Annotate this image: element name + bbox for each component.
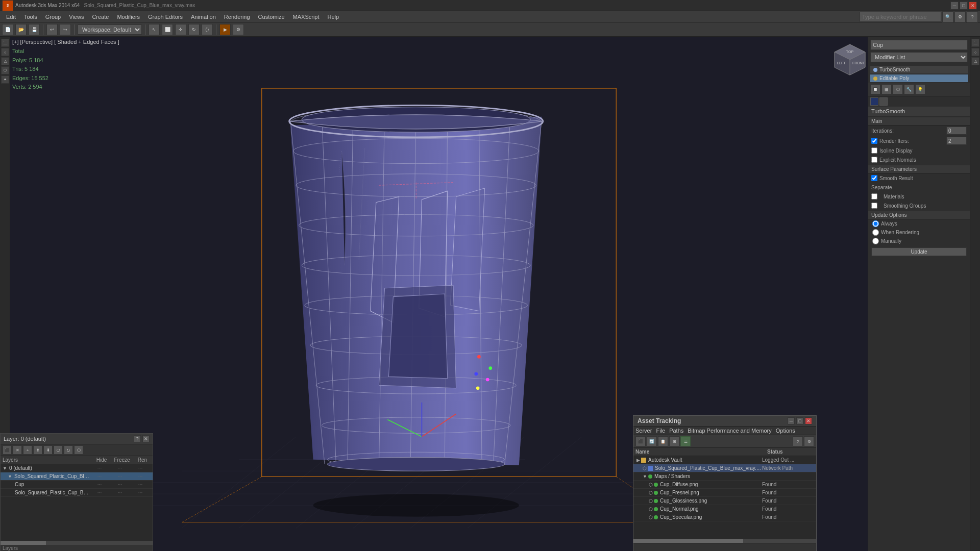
scale-btn[interactable]: ⟨⟩ <box>202 24 213 35</box>
layers-tb-4[interactable]: ⬆ <box>33 445 42 455</box>
materials-checkbox[interactable] <box>871 193 877 199</box>
close-button[interactable]: ✕ <box>969 2 977 10</box>
undo-btn[interactable]: ↩ <box>46 24 58 35</box>
asset-item-glossiness[interactable]: ⬡ Cup_Glossiness.png Found <box>633 497 816 505</box>
menu-help[interactable]: Help <box>324 13 344 21</box>
prop-icon-4[interactable]: 🔧 <box>904 84 914 94</box>
smooth-result-checkbox[interactable] <box>871 175 877 181</box>
asset-menu-file[interactable]: File <box>656 428 665 434</box>
left-btn-3[interactable]: △ <box>1 57 9 65</box>
rotate-btn[interactable]: ↻ <box>188 24 200 35</box>
asset-tb-3[interactable]: 📋 <box>658 436 668 446</box>
search-settings[interactable]: ⚙ <box>954 11 966 22</box>
layers-tb-7[interactable]: ⭮ <box>64 445 73 455</box>
asset-item-specular[interactable]: ⬡ Cup_Specular.png Found <box>633 513 816 521</box>
layer-item-1[interactable]: ▼ Solo_Squared_Plastic_Cup_Blue ··· ··· … <box>1 472 153 481</box>
asset-tb-4[interactable]: ⊞ <box>669 436 679 446</box>
layer-item-0[interactable]: ▼ 0 (default) ··· ··· ··· <box>1 464 153 472</box>
menu-group[interactable]: Group <box>41 13 65 21</box>
menu-maxscript[interactable]: MAXScript <box>289 13 324 21</box>
smoothing-groups-checkbox[interactable] <box>871 203 877 209</box>
menu-edit[interactable]: Edit <box>2 13 20 21</box>
menu-modifiers[interactable]: Modifiers <box>113 13 144 21</box>
render-settings-btn[interactable]: ⚙ <box>233 24 244 35</box>
manually-radio[interactable] <box>872 238 879 244</box>
prop-icon-3[interactable]: ⬡ <box>893 84 903 94</box>
layers-help-btn[interactable]: ? <box>134 435 141 442</box>
save-file-btn[interactable]: 💾 <box>29 24 40 35</box>
menu-customize[interactable]: Customize <box>254 13 289 21</box>
menu-rendering[interactable]: Rendering <box>220 13 254 21</box>
menu-graph-editors[interactable]: Graph Editors <box>144 13 187 21</box>
prop-icon-2[interactable]: ▦ <box>881 84 892 94</box>
menu-animation[interactable]: Animation <box>187 13 220 21</box>
asset-item-maps[interactable]: ▼ Maps / Shaders <box>633 472 816 481</box>
asset-max-btn[interactable]: □ <box>796 417 803 424</box>
select-btn[interactable]: ↖ <box>149 24 160 35</box>
asset-settings-btn[interactable]: ⚙ <box>804 436 814 446</box>
left-btn-1[interactable]: ⬛ <box>1 39 9 47</box>
asset-item-fresnel[interactable]: ⬡ Cup_Fresnel.png Found <box>633 489 816 497</box>
asset-help-btn[interactable]: ? <box>793 436 803 446</box>
object-name-input[interactable] <box>870 40 968 50</box>
layers-scroll[interactable]: ▼ 0 (default) ··· ··· ··· ▼ Solo_Squared… <box>1 464 153 541</box>
prop-icon-1[interactable]: 🔲 <box>870 84 880 94</box>
menu-create[interactable]: Create <box>88 13 113 21</box>
layer-item-3[interactable]: Solo_Squared_Plastic_Cup_Blue ··· ··· ··… <box>1 489 153 497</box>
asset-tb-1[interactable]: ⬛ <box>635 436 646 446</box>
isoline-checkbox[interactable] <box>871 147 877 154</box>
layers-close-btn[interactable]: ✕ <box>142 435 150 442</box>
color-swatch-1[interactable] <box>870 97 878 106</box>
minimize-button[interactable]: ─ <box>950 2 959 10</box>
layers-tb-6[interactable]: ⭯ <box>54 445 63 455</box>
asset-menu-paths[interactable]: Paths <box>669 428 683 434</box>
always-radio[interactable] <box>872 220 879 227</box>
select-region-btn[interactable]: ⬜ <box>162 24 173 35</box>
asset-min-btn[interactable]: ─ <box>788 417 795 424</box>
render-iters-input[interactable] <box>946 137 967 145</box>
workspace-dropdown[interactable]: Workspace: Default <box>78 24 142 35</box>
asset-tb-5[interactable]: ☰ <box>680 436 691 446</box>
layers-tb-8[interactable]: ⬡ <box>74 445 83 455</box>
modifier-turbosmooth[interactable]: TurboSmooth <box>870 66 968 73</box>
rs-btn-2[interactable]: ○ <box>971 48 979 56</box>
prop-icon-5[interactable]: 💡 <box>915 84 925 94</box>
asset-item-max-file[interactable]: ⬡ Solo_Squared_Plastic_Cup_Blue_max_vray… <box>633 464 816 472</box>
left-btn-2[interactable]: ○ <box>1 48 9 56</box>
asset-scrollbar[interactable] <box>633 539 816 543</box>
rs-btn-3[interactable]: △ <box>971 57 979 65</box>
explicit-normals-checkbox[interactable] <box>871 157 877 163</box>
search-input[interactable] <box>860 12 941 22</box>
modifier-editpoly[interactable]: Editable Poly <box>870 74 968 82</box>
render-iters-checkbox[interactable] <box>871 138 877 144</box>
rs-btn-1[interactable]: ⬛ <box>971 39 979 47</box>
iterations-input[interactable] <box>946 127 967 135</box>
asset-menu-server[interactable]: Server <box>635 428 652 434</box>
render-btn[interactable]: ▶ <box>219 24 231 35</box>
move-btn[interactable]: ✛ <box>175 24 186 35</box>
layer-item-2[interactable]: Cup ··· ··· ··· <box>1 481 153 489</box>
layers-tb-5[interactable]: ⬇ <box>43 445 53 455</box>
asset-tb-2[interactable]: 🔄 <box>647 436 657 446</box>
menu-tools[interactable]: Tools <box>20 13 41 21</box>
left-btn-4[interactable]: ⬡ <box>1 66 9 74</box>
layers-tb-3[interactable]: + <box>23 445 32 455</box>
asset-item-vault[interactable]: ▶ Autodesk Vault Logged Out ... <box>633 456 816 464</box>
layers-tb-1[interactable]: ⬛ <box>3 445 12 455</box>
left-btn-5[interactable]: ✦ <box>1 76 9 84</box>
open-file-btn[interactable]: 📂 <box>15 24 27 35</box>
layers-tb-2[interactable]: ✕ <box>13 445 22 455</box>
asset-menu-options[interactable]: Options <box>776 428 795 434</box>
new-file-btn[interactable]: 📄 <box>2 24 13 35</box>
asset-item-diffuse[interactable]: ⬡ Cup_Diffuse.png Found <box>633 481 816 489</box>
when-rendering-radio[interactable] <box>872 229 879 236</box>
modifier-list-dropdown[interactable]: Modifier List <box>870 52 968 62</box>
update-button[interactable]: Update <box>871 247 967 256</box>
asset-close-btn[interactable]: ✕ <box>805 417 812 424</box>
asset-menu-bitmap[interactable]: Bitmap Performance and Memory <box>688 428 771 434</box>
layers-scrollbar[interactable] <box>1 541 153 545</box>
asset-item-normal[interactable]: ⬡ Cup_Normal.png Found <box>633 505 816 513</box>
search-button[interactable]: 🔍 <box>942 11 953 22</box>
redo-btn[interactable]: ↪ <box>60 24 71 35</box>
color-swatch-2[interactable] <box>879 97 888 106</box>
